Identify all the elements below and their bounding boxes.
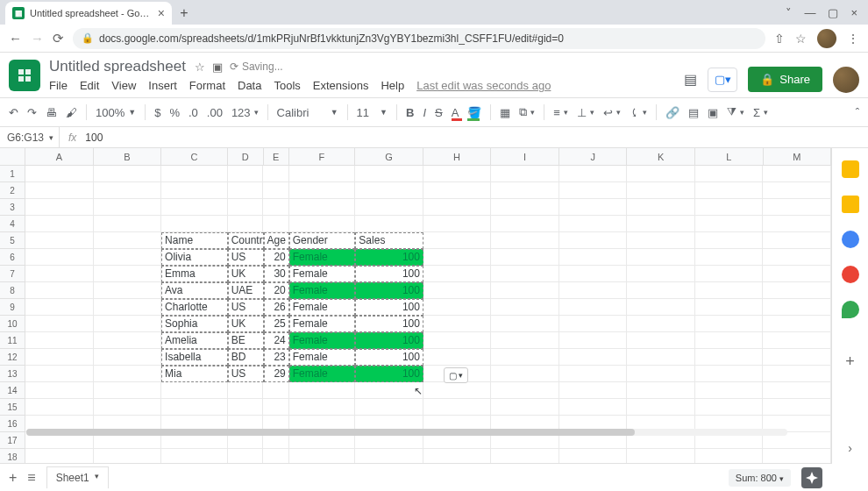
- cell[interactable]: 24: [264, 332, 289, 349]
- increase-decimal[interactable]: .00: [207, 106, 223, 119]
- more-formats[interactable]: 123▾: [231, 106, 259, 119]
- cell[interactable]: [763, 316, 831, 332]
- contacts-icon[interactable]: [842, 266, 859, 283]
- menu-file[interactable]: File: [49, 79, 68, 92]
- cell[interactable]: [695, 216, 764, 232]
- cell[interactable]: US: [228, 249, 264, 266]
- cell[interactable]: [289, 199, 356, 216]
- font-size-select[interactable]: 11▼: [357, 106, 388, 119]
- cell[interactable]: [355, 199, 423, 216]
- cell[interactable]: 100: [355, 349, 423, 366]
- cell[interactable]: UK: [228, 316, 264, 332]
- cell[interactable]: [627, 399, 695, 416]
- bold-icon[interactable]: B: [406, 106, 414, 119]
- col-header-H[interactable]: H: [423, 148, 492, 165]
- cell[interactable]: [763, 266, 831, 282]
- cell[interactable]: [627, 349, 695, 366]
- cell[interactable]: [25, 182, 94, 199]
- menu-data[interactable]: Data: [238, 79, 261, 92]
- row-header[interactable]: 16: [0, 416, 25, 432]
- cell[interactable]: [763, 199, 831, 216]
- formula-bar[interactable]: 100: [85, 132, 103, 144]
- link-icon[interactable]: 🔗: [665, 106, 679, 119]
- cell[interactable]: [25, 349, 94, 366]
- browser-tab[interactable]: ▦ Untitled spreadsheet - Google S ×: [5, 2, 172, 25]
- cell[interactable]: [695, 199, 764, 216]
- cell[interactable]: [627, 166, 695, 182]
- cell[interactable]: [289, 166, 356, 182]
- cell[interactable]: [763, 249, 831, 266]
- cell[interactable]: [423, 199, 492, 216]
- menu-extensions[interactable]: Extensions: [313, 79, 369, 92]
- cell[interactable]: [491, 166, 559, 182]
- cell[interactable]: [289, 449, 356, 464]
- cell[interactable]: [423, 399, 492, 416]
- cell[interactable]: [423, 332, 492, 349]
- cell[interactable]: [423, 382, 492, 399]
- cell[interactable]: [25, 249, 94, 266]
- cell[interactable]: [355, 399, 423, 416]
- spreadsheet-grid[interactable]: ABCDEFGHIJKLM 12345NameCountryAgeGenderS…: [0, 148, 831, 464]
- cell[interactable]: [627, 182, 695, 199]
- cell[interactable]: [161, 382, 228, 399]
- cell[interactable]: Amelia: [161, 332, 228, 349]
- text-color-icon[interactable]: A: [452, 106, 459, 119]
- cell[interactable]: [94, 199, 162, 216]
- cell[interactable]: 30: [264, 266, 289, 282]
- print-icon[interactable]: 🖶: [46, 106, 57, 119]
- row-header[interactable]: 13: [0, 366, 25, 382]
- h-align-icon[interactable]: ≡▾: [553, 106, 568, 119]
- cell[interactable]: 26: [264, 299, 289, 316]
- cell[interactable]: [25, 266, 94, 282]
- cell[interactable]: Female: [289, 332, 356, 349]
- cell[interactable]: Sophia: [161, 316, 228, 332]
- cell[interactable]: [355, 216, 423, 232]
- cell[interactable]: [559, 382, 628, 399]
- menu-insert[interactable]: Insert: [148, 79, 177, 92]
- window-maximize-icon[interactable]: ▢: [828, 6, 838, 19]
- cell[interactable]: [423, 449, 492, 464]
- cell[interactable]: Female: [289, 266, 356, 282]
- cell[interactable]: 20: [264, 249, 289, 266]
- cell[interactable]: [25, 216, 94, 232]
- cell[interactable]: [763, 299, 831, 316]
- cell[interactable]: [559, 366, 628, 382]
- wrap-icon[interactable]: ↩▾: [603, 106, 621, 119]
- cell[interactable]: [763, 366, 831, 382]
- row-header[interactable]: 12: [0, 349, 25, 366]
- cell[interactable]: [695, 449, 764, 464]
- cell[interactable]: [627, 199, 695, 216]
- cell[interactable]: [25, 282, 94, 299]
- cell[interactable]: Olivia: [161, 249, 228, 266]
- name-box[interactable]: G6:G13▾: [0, 127, 60, 147]
- col-header-B[interactable]: B: [94, 148, 162, 165]
- cell[interactable]: [423, 316, 492, 332]
- cell[interactable]: [423, 266, 492, 282]
- cell[interactable]: [161, 199, 228, 216]
- cell[interactable]: [559, 349, 628, 366]
- row-header[interactable]: 17: [0, 432, 25, 449]
- cell[interactable]: [423, 282, 492, 299]
- present-button[interactable]: ▢▾: [708, 68, 737, 92]
- row-header[interactable]: 9: [0, 299, 25, 316]
- cell[interactable]: [423, 349, 492, 366]
- format-currency[interactable]: $: [154, 106, 160, 119]
- cell[interactable]: [559, 199, 628, 216]
- col-header-J[interactable]: J: [559, 148, 628, 165]
- cell[interactable]: [94, 166, 162, 182]
- tasks-icon[interactable]: [842, 231, 859, 248]
- cell[interactable]: [355, 449, 423, 464]
- col-header-C[interactable]: C: [161, 148, 228, 165]
- cell[interactable]: [627, 282, 695, 299]
- row-header[interactable]: 4: [0, 216, 25, 232]
- cell[interactable]: 23: [264, 349, 289, 366]
- cell[interactable]: 100: [355, 332, 423, 349]
- row-header[interactable]: 3: [0, 199, 25, 216]
- borders-icon[interactable]: ▦: [500, 106, 510, 119]
- menu-tools[interactable]: Tools: [274, 79, 300, 92]
- row-header[interactable]: 7: [0, 266, 25, 282]
- cell[interactable]: [695, 399, 764, 416]
- cell[interactable]: [695, 282, 764, 299]
- cell[interactable]: [25, 232, 94, 249]
- rotate-icon[interactable]: ⤹▾: [630, 106, 647, 119]
